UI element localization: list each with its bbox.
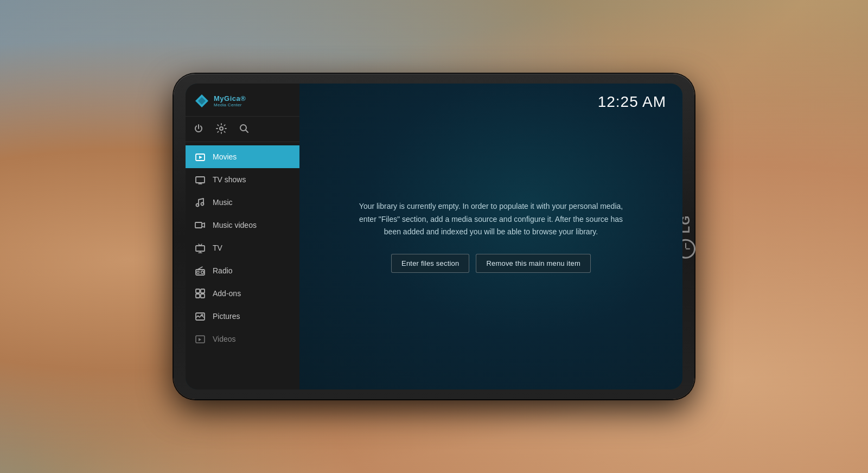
nav-item-add-ons[interactable]: Add-ons <box>186 282 299 305</box>
phone-screen: 12:25 AM MyGica® Media Center <box>186 84 682 389</box>
tv-icon <box>194 242 206 254</box>
phone-device: LG 12:25 AM MyGica® Media Center <box>174 74 694 399</box>
nav-item-tv-shows[interactable]: TV shows <box>186 168 299 191</box>
enter-files-button[interactable]: Enter files section <box>391 254 469 273</box>
svg-rect-16 <box>196 294 200 298</box>
svg-marker-5 <box>199 156 202 159</box>
pictures-icon <box>194 310 206 322</box>
mygica-logo-icon <box>194 93 209 108</box>
radio-icon <box>194 265 206 277</box>
phone-wrapper: LG 12:25 AM MyGica® Media Center <box>174 74 694 399</box>
search-button[interactable] <box>239 123 250 134</box>
nav-item-pictures[interactable]: Pictures <box>186 305 299 328</box>
main-content: Your library is currently empty. In orde… <box>299 84 682 389</box>
svg-rect-14 <box>196 289 200 293</box>
movies-icon <box>194 151 206 163</box>
tv-shows-label: TV shows <box>213 175 246 184</box>
svg-rect-9 <box>195 222 202 228</box>
music-videos-icon <box>194 219 206 231</box>
add-ons-label: Add-ons <box>213 289 241 298</box>
svg-point-19 <box>201 315 203 316</box>
svg-rect-15 <box>201 289 205 293</box>
nav-item-radio[interactable]: Radio <box>186 259 299 282</box>
settings-button[interactable] <box>216 123 227 134</box>
action-buttons: Enter files section Remove this main men… <box>391 254 591 273</box>
logo-text: MyGica® Media Center <box>214 94 246 107</box>
add-ons-icon <box>194 287 206 299</box>
svg-point-2 <box>220 127 223 130</box>
svg-point-8 <box>201 203 204 206</box>
svg-rect-13 <box>197 271 199 273</box>
tv-label: TV <box>213 244 222 252</box>
svg-point-7 <box>196 204 199 207</box>
tv-shows-icon <box>194 174 206 186</box>
logo-name: MyGica® <box>214 94 246 103</box>
power-button[interactable] <box>193 123 204 134</box>
logo-subtitle: Media Center <box>214 103 246 107</box>
remove-menu-item-button[interactable]: Remove this main menu item <box>476 254 591 273</box>
logo-area: MyGica® Media Center <box>186 84 299 117</box>
nav-item-tv[interactable]: TV <box>186 237 299 259</box>
music-label: Music <box>213 198 233 207</box>
svg-rect-6 <box>196 177 205 183</box>
pictures-label: Pictures <box>213 312 240 321</box>
svg-point-12 <box>201 271 204 274</box>
movies-label: Movies <box>213 152 237 161</box>
nav-item-music-videos[interactable]: Music videos <box>186 214 299 237</box>
music-videos-label: Music videos <box>213 221 257 229</box>
videos-label: Videos <box>213 335 236 343</box>
svg-rect-17 <box>201 294 205 298</box>
music-icon <box>194 196 206 208</box>
svg-rect-10 <box>196 246 205 251</box>
empty-library-message: Your library is currently empty. In orde… <box>350 200 632 239</box>
sidebar: MyGica® Media Center <box>186 84 299 389</box>
nav-item-movies[interactable]: Movies <box>186 145 299 168</box>
nav-item-videos[interactable]: Videos <box>186 328 299 350</box>
nav-item-music[interactable]: Music <box>186 191 299 214</box>
time-display: 12:25 AM <box>598 93 666 111</box>
nav-menu: Movies TV shows <box>186 142 299 389</box>
control-icons-bar <box>186 117 299 142</box>
radio-label: Radio <box>213 266 233 275</box>
videos-icon <box>194 333 206 345</box>
